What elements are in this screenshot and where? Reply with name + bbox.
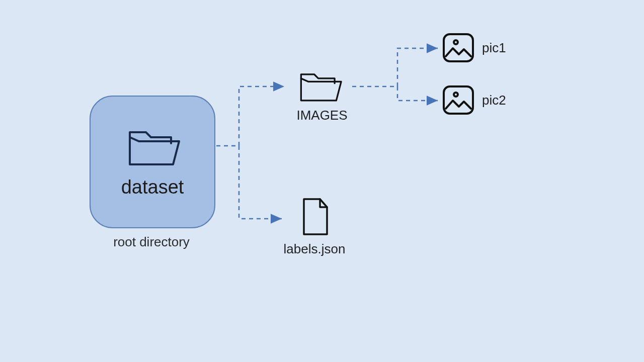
- image-icon: [442, 56, 475, 65]
- root-caption: root directory: [90, 234, 213, 250]
- images-folder-node: [289, 69, 350, 107]
- image-icon: [442, 109, 475, 117]
- root-name: dataset: [121, 176, 184, 198]
- svg-point-3: [454, 93, 458, 97]
- folder-open-icon: [125, 126, 180, 171]
- pic2-label: pic2: [482, 93, 506, 108]
- diagram-canvas: dataset root directory IMAGES labels.jso…: [0, 0, 644, 362]
- folder-open-icon: [292, 98, 347, 106]
- labels-file-label: labels.json: [272, 241, 357, 257]
- svg-rect-2: [444, 86, 473, 114]
- image-file-pic2: [442, 84, 475, 118]
- labels-file-node: [285, 197, 345, 238]
- root-node: dataset: [90, 96, 215, 228]
- svg-point-1: [454, 40, 458, 44]
- image-file-pic1: [442, 32, 475, 65]
- pic1-label: pic1: [482, 40, 506, 56]
- svg-rect-0: [444, 34, 473, 61]
- images-folder-label: IMAGES: [287, 108, 357, 123]
- file-icon: [300, 229, 330, 238]
